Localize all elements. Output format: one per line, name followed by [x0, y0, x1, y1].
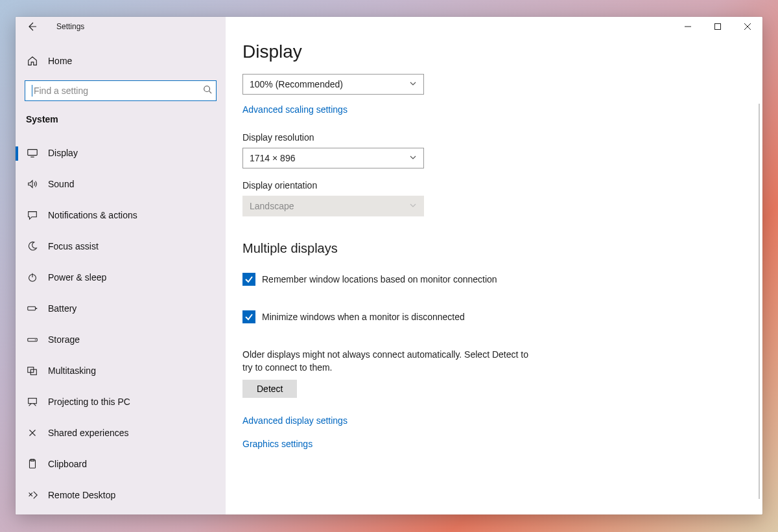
close-button[interactable] [733, 17, 762, 36]
svg-point-13 [35, 340, 36, 340]
minimize-label: Minimize windows when a monitor is disco… [262, 312, 465, 322]
sidebar-item-projecting[interactable]: Projecting to this PC [16, 386, 226, 417]
monitor-icon [26, 146, 39, 159]
svg-line-5 [209, 91, 212, 94]
drive-icon [26, 333, 39, 346]
sidebar-item-storage[interactable]: Storage [16, 324, 226, 355]
back-button[interactable] [25, 20, 38, 33]
sidebar-item-label: Storage [48, 334, 80, 345]
multitask-icon [26, 364, 39, 377]
scale-select[interactable]: 100% (Recommended) [242, 74, 424, 95]
sidebar-item-multitasking[interactable]: Multitasking [16, 355, 226, 386]
scale-value: 100% (Recommended) [250, 79, 343, 89]
sidebar-item-label: Sound [48, 179, 74, 189]
battery-icon [26, 302, 39, 315]
orientation-label: Display orientation [242, 180, 746, 191]
titlebar: Settings [16, 17, 226, 36]
home-label: Home [48, 56, 72, 66]
sidebar-item-label: Notifications & actions [48, 210, 137, 220]
svg-rect-6 [28, 150, 37, 156]
svg-point-4 [204, 86, 210, 92]
sidebar-item-label: Remote Desktop [48, 490, 115, 500]
sidebar-item-label: Clipboard [48, 459, 87, 469]
minimize-on-disconnect-checkbox[interactable] [242, 310, 255, 323]
sidebar-item-label: Display [48, 148, 78, 158]
resolution-value: 1714 × 896 [250, 153, 295, 163]
orientation-value: Landscape [250, 201, 294, 211]
chevron-down-icon [409, 79, 417, 89]
svg-rect-16 [29, 399, 37, 404]
maximize-button[interactable] [703, 17, 733, 36]
graphics-settings-link[interactable]: Graphics settings [242, 439, 312, 449]
minimize-button[interactable] [673, 17, 703, 36]
category-heading: System [16, 105, 226, 130]
sidebar-item-label: Shared experiences [48, 428, 129, 438]
sidebar-item-label: Power & sleep [48, 272, 106, 283]
sidebar-item-shared-experiences[interactable]: Shared experiences [16, 417, 226, 448]
window-title: Settings [56, 22, 84, 31]
share-icon [26, 426, 39, 439]
home-nav[interactable]: Home [16, 48, 226, 74]
remember-locations-label: Remember window locations based on monit… [262, 274, 497, 284]
settings-window: Settings Home System Display [16, 17, 762, 515]
speaker-icon [26, 178, 39, 191]
chevron-down-icon [409, 201, 417, 211]
moon-icon [26, 240, 39, 253]
chevron-down-icon [409, 153, 417, 163]
sidebar-item-clipboard[interactable]: Clipboard [16, 448, 226, 480]
sidebar: Settings Home System Display [16, 17, 226, 515]
main-content: Display 100% (Recommended) Advanced scal… [226, 17, 762, 515]
clipboard-icon [26, 457, 39, 470]
sidebar-item-notifications[interactable]: Notifications & actions [16, 200, 226, 231]
text-cursor [32, 85, 32, 97]
sidebar-item-battery[interactable]: Battery [16, 293, 226, 324]
sidebar-item-label: Projecting to this PC [48, 397, 130, 407]
chat-icon [26, 209, 39, 222]
resolution-select[interactable]: 1714 × 896 [242, 148, 424, 168]
detect-button[interactable]: Detect [242, 380, 297, 398]
advanced-display-link[interactable]: Advanced display settings [242, 415, 348, 426]
sidebar-item-sound[interactable]: Sound [16, 168, 226, 200]
detect-description: Older displays might not always connect … [242, 348, 534, 375]
sidebar-item-label: Battery [48, 303, 77, 314]
window-controls [673, 17, 762, 36]
sidebar-item-power-sleep[interactable]: Power & sleep [16, 262, 226, 293]
search-icon [203, 85, 212, 97]
sidebar-item-label: Multitasking [48, 365, 96, 376]
advanced-scaling-link[interactable]: Advanced scaling settings [242, 104, 348, 115]
home-icon [26, 54, 39, 67]
search-field[interactable] [34, 86, 203, 96]
multiple-displays-heading: Multiple displays [242, 241, 746, 256]
sidebar-item-focus-assist[interactable]: Focus assist [16, 231, 226, 262]
svg-rect-11 [36, 308, 37, 309]
resolution-label: Display resolution [242, 132, 746, 143]
nav-list: Display Sound Notifications & actions Fo… [16, 137, 226, 511]
project-icon [26, 395, 39, 408]
sidebar-item-label: Focus assist [48, 241, 99, 251]
power-icon [26, 271, 39, 284]
svg-rect-10 [28, 306, 36, 310]
remote-icon [26, 489, 39, 502]
remember-locations-checkbox[interactable] [242, 273, 255, 286]
orientation-select: Landscape [242, 196, 424, 216]
sidebar-item-remote-desktop[interactable]: Remote Desktop [16, 480, 226, 511]
search-input[interactable] [25, 80, 217, 101]
svg-rect-1 [715, 24, 721, 30]
sidebar-item-display[interactable]: Display [16, 137, 226, 168]
